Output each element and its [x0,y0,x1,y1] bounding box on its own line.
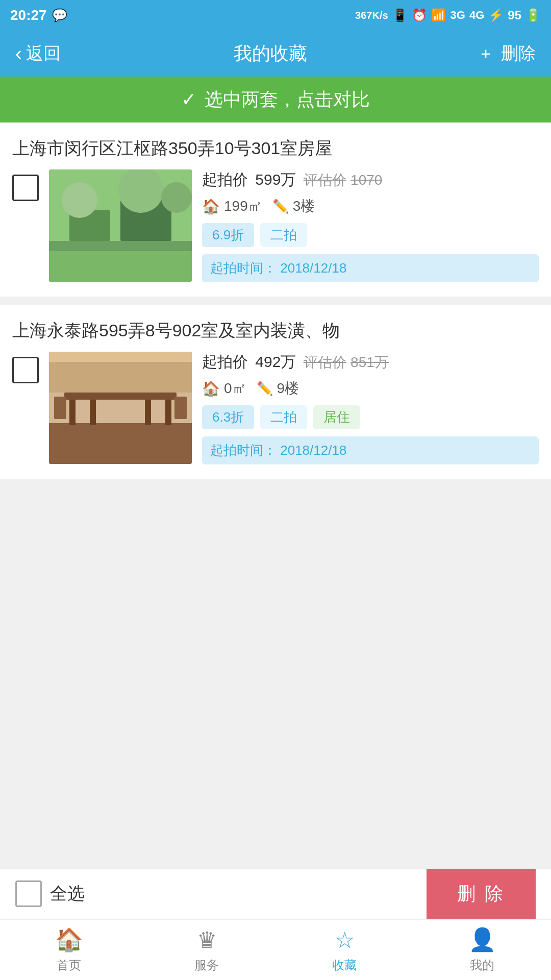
house-area-icon-1: 🏠 [202,198,220,215]
svg-rect-11 [69,400,76,425]
auction-time-label-1: 起拍时间： [210,260,277,276]
start-bid-label-2: 起拍价 [202,353,248,370]
signal-3g-icon: 3G [450,9,465,22]
back-label: 返回 [26,42,61,65]
status-bar: 20:27 💬 367K/s 📱 ⏰ 📶 3G 4G ⚡ 95 🔋 [0,0,551,31]
floor-value-1: 3楼 [293,197,315,216]
area-value-2: 0㎡ [224,379,246,398]
svg-rect-12 [165,400,171,425]
pencil-icon-1: ✏️ [272,199,289,214]
property-info-2: 起拍价 492万 评估价 851万 🏠 0㎡ ✏️ 9楼 6. [202,352,539,464]
tab-service[interactable]: ♛ 服务 [138,927,276,973]
select-all-checkbox[interactable] [15,880,42,907]
back-button[interactable]: ‹ 返回 [15,42,61,65]
favorites-tab-icon: ☆ [335,927,355,953]
compare-banner[interactable]: ✓ 选中两套，点击对比 [0,77,551,122]
property-image-1 [49,169,192,282]
house-area-icon-2: 🏠 [202,380,220,397]
start-bid-label-1: 起拍价 [202,171,248,188]
property-image-2 [49,352,192,464]
delete-button[interactable]: 删 除 [427,869,536,919]
property-title: 上海市闵行区江枢路350弄10号301室房屋 [12,137,539,159]
message-icon: 💬 [52,8,67,22]
phone-icon: 📱 [392,8,408,22]
svg-point-4 [62,182,97,218]
check-icon: ✓ [181,89,196,110]
auction-time-2: 起拍时间： 2018/12/18 [202,436,539,464]
auction-time-1: 起拍时间： 2018/12/18 [202,254,539,282]
mine-tab-icon: 👤 [468,926,496,953]
battery-level: 95 [508,8,521,22]
select-all-bar: 全选 删 除 [0,868,551,919]
service-tab-icon: ♛ [197,927,217,953]
estimate-label-1: 评估价 [304,172,346,188]
charging-icon: ⚡ [488,8,504,22]
start-bid-value-1: 599万 [255,171,296,188]
property-body: 起拍价 599万 评估价 1070 🏠 199㎡ ✏️ 3楼 [12,169,539,282]
nav-bar: ‹ 返回 我的收藏 + 删除 [0,31,551,77]
status-time: 20:27 [10,7,47,23]
select-checkbox-2[interactable] [12,357,39,383]
mine-tab-label: 我的 [470,957,494,973]
bottom-bar: 全选 删 除 🏠 首页 ♛ 服务 ☆ 收藏 👤 我的 [0,868,551,980]
svg-point-6 [161,182,192,213]
price-row-2: 起拍价 492万 评估价 851万 [202,352,539,373]
tag-auction-1: 二拍 [260,223,307,247]
service-tab-label: 服务 [194,957,219,973]
auction-time-label-2: 起拍时间： [210,443,277,458]
tag-discount-2: 6.3折 [202,405,254,429]
home-tab-label: 首页 [57,957,81,973]
estimate-label-2: 评估价 [304,354,346,370]
svg-rect-16 [174,397,187,419]
empty-area [0,487,551,660]
select-all-left: 全选 [15,880,85,907]
area-detail-1: 🏠 199㎡ [202,197,262,216]
tags-row-2: 6.3折 二拍 居住 [202,405,539,429]
property-card: 上海市闵行区江枢路350弄10号301室房屋 [0,122,551,305]
estimate-value-2: 851万 [350,354,389,370]
tab-bar: 🏠 首页 ♛ 服务 ☆ 收藏 👤 我的 [0,919,551,980]
property-card-2: 上海永泰路595弄8号902室及室内装潢、物 [0,305,551,487]
property-title-2: 上海永泰路595弄8号902室及室内装潢、物 [12,319,539,341]
svg-rect-7 [49,251,192,282]
svg-rect-18 [49,352,192,362]
add-button[interactable]: + [481,44,491,64]
area-detail-2: 🏠 0㎡ [202,379,246,398]
svg-rect-9 [49,423,192,464]
floor-detail-2: ✏️ 9楼 [257,379,299,398]
wifi-icon: 📶 [431,8,446,22]
auction-time-value-1: 2018/12/18 [280,260,346,276]
svg-rect-15 [54,397,66,419]
favorites-tab-label: 收藏 [332,957,357,973]
auction-time-value-2: 2018/12/18 [280,443,346,458]
nav-delete-button[interactable]: 删除 [501,42,536,65]
pencil-icon-2: ✏️ [257,381,273,397]
svg-rect-13 [90,400,96,425]
property-body-2: 起拍价 492万 评估价 851万 🏠 0㎡ ✏️ 9楼 6. [12,352,539,464]
tab-home[interactable]: 🏠 首页 [0,926,138,973]
tag-auction-2: 二拍 [260,405,307,429]
property-image-placeholder-2 [49,352,192,464]
tab-favorites[interactable]: ☆ 收藏 [276,927,413,973]
select-checkbox-1[interactable] [12,175,39,201]
clock-icon: ⏰ [412,8,427,22]
price-row-1: 起拍价 599万 评估价 1070 [202,169,539,190]
details-row-1: 🏠 199㎡ ✏️ 3楼 [202,197,539,216]
tab-mine[interactable]: 👤 我的 [413,926,551,973]
content-area: 上海市闵行区江枢路350弄10号301室房屋 [0,122,551,487]
svg-rect-14 [145,400,151,425]
signal-4g-icon: 4G [469,9,484,22]
start-bid-value-2: 492万 [255,353,296,370]
tag-discount-1: 6.9折 [202,223,254,247]
floor-detail-1: ✏️ 3楼 [272,197,315,216]
property-info-1: 起拍价 599万 评估价 1070 🏠 199㎡ ✏️ 3楼 [202,169,539,282]
home-tab-icon: 🏠 [55,926,83,953]
compare-label: 选中两套，点击对比 [205,87,370,112]
details-row-2: 🏠 0㎡ ✏️ 9楼 [202,379,539,398]
back-chevron-icon: ‹ [15,43,22,65]
estimate-value-1: 1070 [350,172,382,188]
area-value-1: 199㎡ [224,197,262,216]
property-image-placeholder-1 [49,169,192,282]
nav-title: 我的收藏 [234,41,307,66]
floor-value-2: 9楼 [277,379,299,398]
